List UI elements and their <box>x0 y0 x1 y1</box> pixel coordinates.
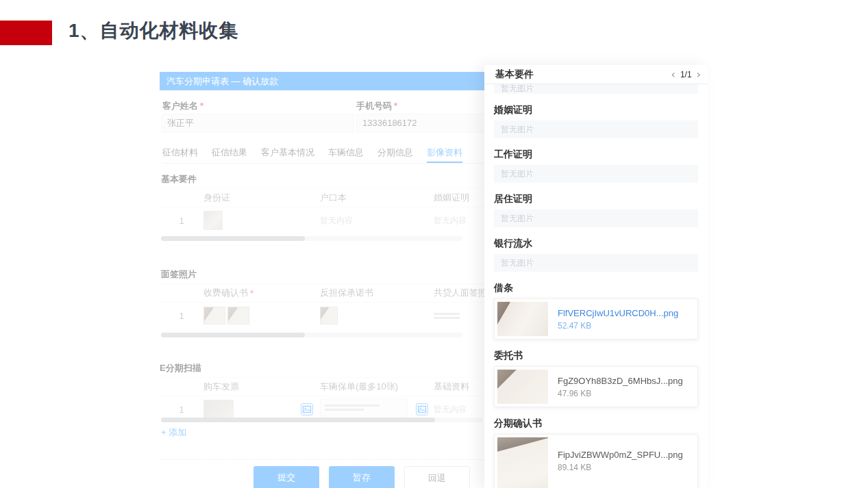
table-row: 1 暂无内容 暂无内容 <box>160 207 484 233</box>
loan-form: 汽车分期申请表 — 确认放款 客户姓名* 手机号码* 张正平 133361861… <box>160 72 484 488</box>
image-preview-button[interactable] <box>416 403 428 415</box>
scrollbar-thumb[interactable] <box>161 333 305 337</box>
basic-table: 身份证 户口本 婚姻证明 1 暂无内容 暂无内容 <box>160 188 484 233</box>
required-mark: * <box>250 288 253 298</box>
page-title: 1、自动化材料收集 <box>69 18 239 44</box>
section-title-basic: 基本要件 <box>161 173 197 185</box>
file-size: 89.14 KB <box>558 463 683 472</box>
col-counter-guarantee: 反担保承诺书 <box>320 287 434 299</box>
col-vehicle-policy: 车辆保单(最多10张) <box>320 381 434 393</box>
row-index: 1 <box>160 404 203 415</box>
section-title-escan: E分期扫描 <box>160 362 201 374</box>
tab-credit-material[interactable]: 征信材料 <box>162 143 198 163</box>
escan-table: 购车发票 车辆保单(最多10张) 基础资料 1 <box>160 377 484 422</box>
invoice-thumbnail[interactable] <box>203 400 234 419</box>
file-info: FlfVERCjIwU1vURCD0H...png 52.47 KB <box>558 308 678 331</box>
material-label-power-of-attorney: 委托书 <box>494 348 698 362</box>
image-material-drawer: 基本要件 ‹ 1/1 › 暂无图片 婚姻证明 暂无图片 工作证明 暂无图片 居住… <box>484 65 708 488</box>
empty-image-placeholder: 暂无图片 <box>494 254 698 272</box>
customer-name-label: 客户姓名* <box>162 100 203 112</box>
file-card[interactable]: FlfVERCjIwU1vURCD0H...png 52.47 KB <box>494 298 698 339</box>
phone-field[interactable]: 13336186172 <box>356 114 484 133</box>
coborrower-placeholder <box>434 311 460 321</box>
image-preview-button[interactable] <box>301 403 313 415</box>
col-purchase-invoice: 购车发票 <box>203 381 320 393</box>
page-indicator: 1/1 <box>680 70 692 79</box>
file-size: 52.47 KB <box>558 321 678 331</box>
empty-image-placeholder: 暂无图片 <box>494 84 698 94</box>
phone-label-text: 手机号码 <box>356 101 392 111</box>
col-fee-confirm: 收费确认书* <box>203 287 320 299</box>
required-mark: * <box>200 101 203 111</box>
file-thumbnail[interactable] <box>497 370 548 404</box>
counter-guarantee-thumbnail[interactable] <box>320 307 338 324</box>
chevron-left-icon[interactable]: ‹ <box>671 69 675 80</box>
scrollbar-thumb[interactable] <box>161 236 305 241</box>
file-info: FipJviZBWWp0mZ_SPFU...png 89.14 KB <box>558 450 683 472</box>
file-size: 47.96 KB <box>558 389 683 398</box>
rollback-button[interactable]: 回退 <box>404 466 470 488</box>
col-household: 户口本 <box>320 192 434 204</box>
customer-name-field[interactable]: 张正平 <box>161 114 354 133</box>
title-accent-bar <box>0 21 52 45</box>
chevron-right-icon[interactable]: › <box>697 69 701 80</box>
col-id-card: 身份证 <box>203 192 320 204</box>
material-label-work: 工作证明 <box>494 147 698 161</box>
file-info: FgZ9OYh8B3zD_6MHbsJ...png 47.96 KB <box>558 376 683 398</box>
tab-vehicle-info[interactable]: 车辆信息 <box>328 143 364 163</box>
scrollbar-thumb[interactable] <box>161 418 435 422</box>
file-thumbnail[interactable] <box>497 437 548 488</box>
id-card-thumbnail[interactable] <box>203 211 223 230</box>
escan-table-header: 购车发票 车辆保单(最多10张) 基础资料 <box>160 377 484 396</box>
file-thumbnail[interactable] <box>497 302 548 336</box>
picture-icon <box>418 405 426 413</box>
empty-cell: 暂无内容 <box>434 215 467 227</box>
file-card[interactable]: FipJviZBWWp0mZ_SPFU...png 89.14 KB <box>494 434 698 488</box>
file-card[interactable]: FgZ9OYh8B3zD_6MHbsJ...png 47.96 KB <box>494 366 698 407</box>
file-name-link[interactable]: FlfVERCjIwU1vURCD0H...png <box>558 308 678 318</box>
material-label-iou: 借条 <box>494 281 698 294</box>
interview-table: 收费确认书* 反担保承诺书 共贷人面签照片 1 <box>160 283 484 329</box>
tab-installment-info[interactable]: 分期信息 <box>377 143 413 163</box>
empty-image-placeholder: 暂无图片 <box>494 120 698 138</box>
drawer-pagination: ‹ 1/1 › <box>671 69 702 80</box>
customer-name-label-text: 客户姓名 <box>162 101 198 111</box>
phone-label: 手机号码* <box>356 100 397 112</box>
file-name-link[interactable]: FipJviZBWWp0mZ_SPFU...png <box>558 450 683 460</box>
form-tab-bar: 征信材料 征信结果 客户基本情况 车辆信息 分期信息 影像资料 <box>162 143 484 164</box>
file-name-link[interactable]: FgZ9OYh8B3zD_6MHbsJ...png <box>558 376 683 386</box>
loan-form-panel: 汽车分期申请表 — 确认放款 客户姓名* 手机号码* 张正平 133361861… <box>160 72 484 488</box>
save-draft-button[interactable]: 暂存 <box>329 466 395 488</box>
fee-confirm-thumbnail[interactable] <box>203 307 225 324</box>
tab-image-material[interactable]: 影像资料 <box>427 143 462 163</box>
add-row-button[interactable]: + 添加 <box>161 426 186 439</box>
col-basic-material: 基础资料 <box>434 381 484 393</box>
footer-divider <box>160 459 484 460</box>
tab-credit-result[interactable]: 征信结果 <box>212 143 247 163</box>
fee-confirm-thumbnail[interactable] <box>227 307 249 324</box>
app-screenshot: 汽车分期申请表 — 确认放款 客户姓名* 手机号码* 张正平 133361861… <box>160 65 708 488</box>
row-index: 1 <box>160 216 203 226</box>
drawer-content: 暂无图片 婚姻证明 暂无图片 工作证明 暂无图片 居住证明 暂无图片 银行流水 … <box>484 84 708 488</box>
table-row: 1 <box>160 303 484 329</box>
empty-image-placeholder: 暂无图片 <box>494 209 698 227</box>
drawer-title: 基本要件 <box>495 68 534 81</box>
material-label-bank-statement: 银行流水 <box>494 236 698 250</box>
required-mark: * <box>394 101 397 111</box>
interview-table-header: 收费确认书* 反担保承诺书 共贷人面签照片 <box>160 283 484 303</box>
picture-icon <box>303 405 311 413</box>
section-title-interview: 面签照片 <box>161 268 197 281</box>
drawer-header: 基本要件 ‹ 1/1 › <box>484 65 708 84</box>
tab-customer-basic[interactable]: 客户基本情况 <box>261 143 314 163</box>
col-coborrower-photo: 共贷人面签照片 <box>434 287 484 299</box>
material-label-installment-confirm: 分期确认书 <box>494 416 698 430</box>
form-window-title: 汽车分期申请表 — 确认放款 <box>160 72 484 90</box>
empty-image-placeholder-text: 暂无图片 <box>501 84 698 94</box>
empty-image-placeholder: 暂无图片 <box>494 165 698 183</box>
col-marriage: 婚姻证明 <box>434 192 484 204</box>
basic-table-header: 身份证 户口本 婚姻证明 <box>160 188 484 207</box>
row-index: 1 <box>160 311 203 321</box>
empty-cell: 暂无内容 <box>320 215 353 227</box>
col-fee-confirm-text: 收费确认书 <box>203 287 248 299</box>
submit-button[interactable]: 提交 <box>253 466 319 488</box>
